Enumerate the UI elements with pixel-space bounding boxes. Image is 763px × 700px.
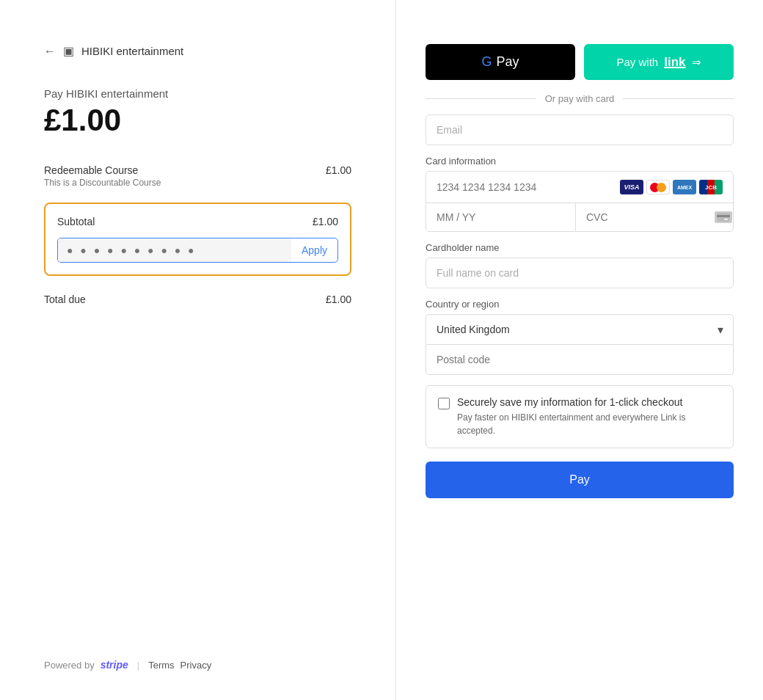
save-info-header: Securely save my information for 1-click… (438, 396, 721, 437)
email-input[interactable] (426, 114, 734, 145)
save-info-checkbox[interactable] (438, 398, 450, 409)
window-icon: ▣ (63, 44, 74, 58)
pay-label: Pay HIBIKI entertainment (44, 87, 351, 100)
line-item-description: This is a Discountable Course (44, 178, 161, 188)
country-select[interactable]: United Kingdom United States Canada Aust… (426, 314, 734, 345)
link-arrow-icon: ⇒ (692, 56, 701, 69)
country-label: Country or region (426, 299, 734, 310)
g-icon: G (481, 54, 492, 70)
coupon-input[interactable] (58, 238, 291, 262)
line-item-price: £1.00 (326, 164, 351, 176)
card-info-box: VISA AMEX JCB (426, 171, 734, 232)
cvc-card-icon (715, 211, 732, 223)
coupon-input-row[interactable]: Apply (57, 238, 338, 263)
powered-by-text: Powered by (44, 660, 95, 671)
save-info-title: Securely save my information for 1-click… (457, 396, 721, 408)
cvc-row (576, 203, 734, 231)
card-info-group: Card information VISA AMEX JCB (426, 156, 734, 232)
gpay-button[interactable]: G Pay (426, 44, 575, 80)
line-item-name: Redeemable Course (44, 164, 161, 176)
total-row: Total due £1.00 (44, 294, 351, 305)
stripe-logo: stripe (101, 659, 128, 671)
privacy-link[interactable]: Privacy (180, 660, 212, 671)
gpay-text: Pay (496, 54, 519, 70)
expiry-input[interactable] (426, 203, 576, 231)
header: ← ▣ HIBIKI entertainment (44, 44, 351, 58)
cardholder-label: Cardholder name (426, 242, 734, 253)
save-info-box: Securely save my information for 1-click… (426, 385, 734, 448)
amount: £1.00 (44, 103, 351, 138)
link-pay-button[interactable]: Pay with link ⇒ (584, 44, 734, 80)
pay-with-text: Pay with (617, 56, 659, 68)
footer: Powered by stripe | Terms Privacy (44, 630, 351, 671)
svg-rect-1 (717, 215, 730, 217)
country-select-wrapper: United Kingdom United States Canada Aust… (426, 314, 734, 345)
mastercard-icon (646, 180, 670, 194)
right-panel: G Pay Pay with link ⇒ Or pay with card C… (396, 0, 763, 700)
card-expiry-row (426, 203, 733, 231)
card-number-row: VISA AMEX JCB (426, 172, 733, 203)
apply-button[interactable]: Apply (291, 238, 337, 262)
left-panel: ← ▣ HIBIKI entertainment Pay HIBIKI ente… (0, 0, 396, 700)
terms-link[interactable]: Terms (148, 660, 174, 671)
svg-rect-2 (724, 219, 728, 220)
cardholder-input[interactable] (426, 258, 734, 288)
subtotal-amount: £1.00 (313, 216, 338, 227)
back-button[interactable]: ← (44, 45, 56, 58)
visa-icon: VISA (620, 180, 643, 194)
country-group: Country or region United Kingdom United … (426, 299, 734, 375)
card-info-label: Card information (426, 156, 734, 167)
cvc-input[interactable] (586, 211, 715, 223)
subtotal-label: Subtotal (57, 216, 95, 227)
line-item: Redeemable Course This is a Discountable… (44, 164, 351, 188)
payment-buttons: G Pay Pay with link ⇒ (426, 44, 734, 80)
total-label: Total due (44, 294, 86, 305)
merchant-name: HIBIKI entertainment (81, 45, 183, 57)
pay-button[interactable]: Pay (426, 462, 734, 498)
card-number-input[interactable] (437, 181, 614, 193)
or-divider-text: Or pay with card (545, 93, 615, 104)
total-amount: £1.00 (326, 294, 351, 305)
postal-input[interactable] (426, 345, 734, 375)
subtotal-row: Subtotal £1.00 (57, 216, 338, 227)
save-info-content: Securely save my information for 1-click… (457, 396, 721, 437)
amex-icon: AMEX (673, 180, 696, 194)
link-text: link (664, 55, 685, 70)
coupon-box: Subtotal £1.00 Apply (44, 203, 351, 276)
card-icons: VISA AMEX JCB (620, 180, 723, 194)
save-info-desc: Pay faster on HIBIKI entertainment and e… (457, 411, 721, 437)
jcb-icon: JCB (699, 180, 723, 194)
or-divider: Or pay with card (426, 93, 734, 104)
footer-separator: | (137, 660, 139, 671)
cardholder-group: Cardholder name (426, 242, 734, 288)
email-group (426, 114, 734, 145)
